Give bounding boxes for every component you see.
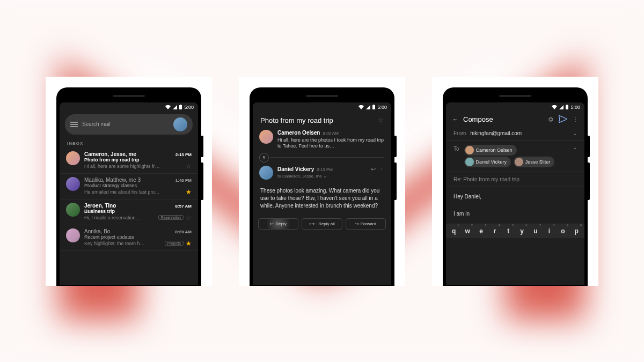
clock: 5:00 — [184, 105, 194, 110]
svg-rect-3 — [372, 105, 375, 109]
email-row[interactable]: Maalika, Matthew, me 31:40 PM Product st… — [60, 174, 198, 200]
key-w[interactable]: 2w — [462, 227, 473, 235]
avatar[interactable] — [173, 117, 187, 131]
phone-speaker — [113, 95, 145, 97]
wifi-icon — [358, 105, 364, 109]
smart-chip[interactable]: Projects — [165, 241, 184, 246]
star-icon[interactable]: ☆ — [378, 116, 384, 124]
email-row[interactable]: Annika, Bo8:20 AM Recent project updates… — [60, 225, 198, 251]
recipient-chip[interactable]: Daniel Vickery — [464, 157, 511, 167]
send-icon[interactable] — [559, 115, 567, 123]
back-icon[interactable]: ← — [452, 116, 458, 122]
compose-body[interactable]: Hey Daniel, I am in — [446, 187, 584, 224]
menu-icon[interactable] — [70, 122, 78, 127]
reply-button[interactable]: ↩Reply — [258, 218, 298, 230]
reply-icon[interactable]: ↩ — [371, 166, 376, 173]
key-i[interactable]: 8i — [544, 227, 554, 235]
chevron-down-icon[interactable]: ⌄ — [573, 130, 577, 136]
svg-rect-4 — [374, 105, 375, 105]
to-field[interactable]: To Cameron Oelsen Daniel Vickery Jesse S… — [446, 141, 584, 172]
battery-icon — [179, 105, 182, 109]
status-bar: 5:00 — [60, 102, 198, 112]
signal-icon — [366, 105, 370, 109]
search-bar[interactable]: Search mail — [65, 114, 193, 135]
svg-rect-1 — [179, 105, 182, 109]
avatar — [259, 166, 273, 180]
chevron-down-icon[interactable]: ⌄ — [323, 174, 327, 179]
star-icon[interactable]: ★ — [186, 188, 192, 196]
recipient-chip[interactable]: Cameron Oelsen — [464, 145, 517, 156]
status-bar: 5:00 — [446, 102, 584, 112]
star-icon[interactable]: ☆ — [186, 162, 192, 170]
section-label: INBOX — [60, 139, 198, 148]
recipient-chip[interactable]: Jesse Sliter — [514, 157, 555, 167]
wifi-icon — [552, 105, 557, 109]
email-row[interactable]: Cameron, Jesse, me2:13 PM Photo from my … — [60, 148, 198, 174]
key-p[interactable]: 0p — [571, 227, 582, 235]
message-collapsed[interactable]: Cameron Oelsen8:02 AM Hi all, here are t… — [253, 127, 391, 153]
screenshot-compose: 5:00 ← Compose ⏣ ⋮ From hikingfan@gmail.… — [432, 77, 598, 286]
reply-all-icon: ↩⇠ — [309, 221, 317, 226]
avatar — [66, 177, 80, 191]
keyboard[interactable]: 1q 2w 3e 4r 5t 6y 7u 8i 9o 0p — [446, 224, 584, 238]
key-o[interactable]: 9o — [558, 227, 568, 235]
reply-icon: ↩ — [270, 221, 274, 226]
forward-icon: ↪ — [355, 221, 359, 226]
email-row[interactable]: Jeroen, Tino8:57 AM Business trip Hi, I … — [60, 200, 198, 225]
key-q[interactable]: 1q — [449, 227, 459, 235]
reply-all-button[interactable]: ↩⇠Reply all — [302, 218, 342, 230]
smart-chip[interactable]: Reservation — [158, 215, 184, 220]
search-placeholder: Search mail — [82, 121, 111, 127]
avatar — [66, 151, 80, 165]
more-icon[interactable]: ⋮ — [573, 116, 578, 122]
wifi-icon — [165, 105, 171, 109]
star-icon[interactable]: ★ — [186, 240, 192, 247]
svg-rect-5 — [566, 105, 568, 109]
key-u[interactable]: 7u — [530, 227, 541, 235]
phone-frame: 5:00 Search mail INBOX Cameron, Jesse, m… — [56, 87, 201, 286]
key-e[interactable]: 3e — [475, 227, 486, 235]
svg-rect-6 — [567, 105, 568, 105]
thread-title: Photo from my road trip — [260, 116, 333, 124]
clock: 5:00 — [570, 105, 580, 110]
key-y[interactable]: 6y — [517, 227, 528, 235]
signal-icon — [173, 105, 177, 109]
forward-button[interactable]: ↪Forward — [346, 218, 386, 230]
phone-frame: 5:00 Photo from my road trip ☆ Cameron O… — [250, 87, 394, 286]
screenshot-thread: 5:00 Photo from my road trip ☆ Cameron O… — [239, 77, 405, 286]
avatar — [66, 228, 80, 242]
battery-icon — [566, 105, 568, 109]
message-expanded[interactable]: Daniel Vickery 2:13 PM ↩ ⋮ to Cameron, J… — [253, 162, 391, 183]
screenshot-inbox: 5:00 Search mail INBOX Cameron, Jesse, m… — [46, 77, 212, 286]
avatar — [66, 203, 80, 217]
phone-frame: 5:00 ← Compose ⏣ ⋮ From hikingfan@gmail.… — [443, 87, 588, 286]
key-r[interactable]: 4r — [489, 227, 500, 235]
phone-speaker — [499, 95, 531, 97]
collapsed-messages[interactable]: 5 — [253, 153, 391, 162]
message-body: These photos look amazing. What camera d… — [253, 183, 391, 214]
subject-field[interactable]: Re: Photo from my road trip — [446, 172, 584, 187]
battery-icon — [372, 105, 375, 109]
signal-icon — [559, 105, 564, 109]
phone-speaker — [306, 95, 338, 97]
avatar — [259, 130, 273, 144]
key-t[interactable]: 5t — [503, 227, 514, 235]
star-icon[interactable]: ☆ — [186, 214, 192, 221]
attach-icon[interactable]: ⏣ — [548, 116, 553, 122]
from-field[interactable]: From hikingfan@gmail.com ⌄ — [446, 127, 584, 141]
compose-title: Compose — [463, 115, 543, 123]
clock: 5:00 — [377, 105, 387, 110]
svg-rect-2 — [180, 105, 181, 105]
status-bar: 5:00 — [253, 102, 391, 112]
more-icon[interactable]: ⋮ — [379, 166, 385, 173]
chevron-down-icon[interactable]: ⌄ — [573, 144, 577, 150]
